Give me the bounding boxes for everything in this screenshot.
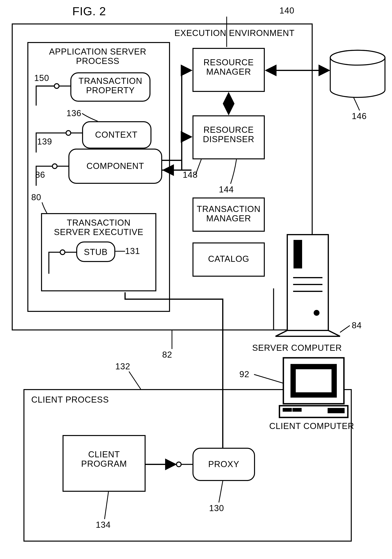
- svg-point-0: [330, 50, 385, 65]
- diagram-canvas: FIG. 2 140 EXECUTION ENVIRONMENT APPLICA…: [0, 0, 392, 559]
- ref-84: 84: [352, 321, 362, 330]
- resource-manager-label: RESOURCE MANAGER: [195, 58, 262, 77]
- ref-134: 134: [96, 520, 111, 530]
- ref-131: 131: [125, 246, 140, 256]
- client-computer-label: CLIENT COMPUTER: [264, 421, 360, 431]
- ref-146: 146: [352, 112, 367, 121]
- svg-line-17: [340, 326, 350, 332]
- catalog-label: CATALOG: [195, 254, 262, 264]
- ref-140: 140: [279, 6, 294, 15]
- component-label: COMPONENT: [72, 161, 158, 171]
- server-computer-label: SERVER COMPUTER: [246, 343, 348, 353]
- client-process-label: CLIENT PROCESS: [31, 395, 113, 404]
- stub-label: STUB: [78, 247, 113, 257]
- svg-point-7: [314, 310, 319, 315]
- svg-point-1: [330, 50, 385, 65]
- resource-dispenser-label: RESOURCE DISPENSER: [195, 125, 262, 144]
- svg-line-18: [254, 374, 283, 383]
- ref-148: 148: [183, 170, 198, 179]
- transaction-manager-label: TRANSACTION MANAGER: [195, 204, 262, 223]
- transaction-property-label: TRANSACTION PROPERTY: [72, 76, 148, 95]
- ref-130: 130: [209, 503, 224, 513]
- ref-136: 136: [66, 109, 81, 118]
- ref-82: 82: [162, 350, 172, 359]
- figure-title: FIG. 2: [72, 5, 106, 18]
- context-label: CONTEXT: [86, 130, 146, 140]
- ref-92: 92: [239, 370, 249, 379]
- ref-132: 132: [115, 362, 130, 371]
- ref-86: 86: [35, 170, 45, 179]
- exec-env-label: EXECUTION ENVIRONMENT: [170, 28, 299, 38]
- ref-139: 139: [37, 137, 52, 146]
- app-server-process-label: APPLICATION SERVER PROCESS: [39, 47, 156, 66]
- ref-144: 144: [219, 185, 234, 194]
- tse-label: TRANSACTION SERVER EXECUTIVE: [45, 218, 152, 237]
- client-program-label: CLIENT PROGRAM: [65, 450, 143, 469]
- ref-150: 150: [34, 73, 49, 83]
- ref-80: 80: [31, 193, 41, 202]
- database-label: DATABASE: [332, 72, 383, 82]
- proxy-label: PROXY: [195, 459, 252, 469]
